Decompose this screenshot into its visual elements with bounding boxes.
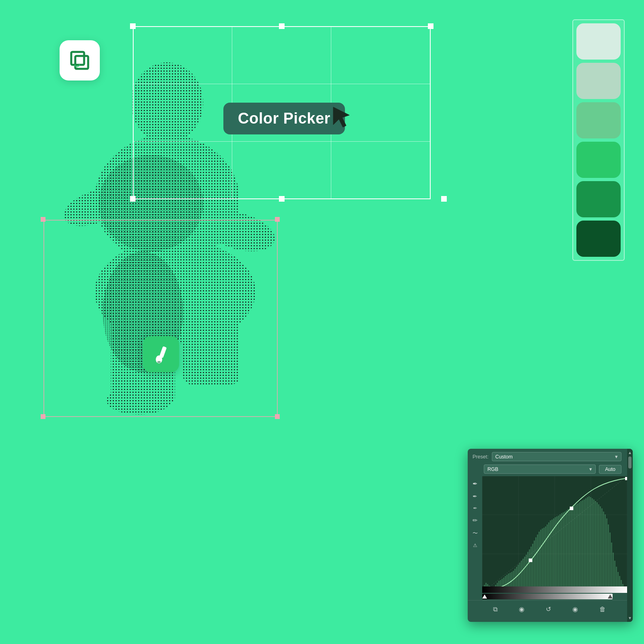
inner-handle-tr[interactable] bbox=[275, 217, 280, 222]
curves-scrollbar[interactable]: ▲ ▼ bbox=[627, 449, 633, 622]
preset-chevron: ▾ bbox=[615, 454, 618, 460]
grid-horizontal-2 bbox=[133, 141, 431, 142]
curves-body: ✒ ✒ ✒ ✏ 〜 ⚠ bbox=[468, 476, 633, 593]
svg-rect-93 bbox=[597, 502, 598, 589]
svg-rect-79 bbox=[574, 505, 575, 589]
svg-rect-98 bbox=[605, 514, 606, 589]
visibility-icon[interactable]: ◉ bbox=[519, 605, 524, 613]
brush-tool-icon[interactable] bbox=[143, 336, 179, 372]
crop-handle-tl[interactable] bbox=[130, 23, 136, 29]
svg-rect-92 bbox=[595, 501, 596, 589]
eyedropper-black-icon[interactable]: ✒ bbox=[473, 505, 477, 511]
inner-handle-br[interactable] bbox=[275, 414, 280, 419]
svg-rect-58 bbox=[540, 530, 541, 589]
output-slider-track[interactable] bbox=[482, 594, 613, 599]
svg-rect-95 bbox=[600, 506, 601, 589]
copy-layer-icon[interactable]: ⧉ bbox=[493, 606, 497, 613]
svg-rect-69 bbox=[558, 516, 559, 589]
smooth-curve-icon[interactable]: 〜 bbox=[473, 530, 478, 537]
svg-rect-76 bbox=[569, 508, 570, 589]
eyedropper-gray-icon[interactable]: ✒ bbox=[473, 493, 477, 500]
scroll-down-arrow[interactable]: ▼ bbox=[628, 616, 632, 620]
svg-rect-47 bbox=[522, 559, 524, 589]
svg-rect-94 bbox=[598, 504, 599, 589]
curves-tools: ✒ ✒ ✒ ✏ 〜 ⚠ bbox=[468, 476, 482, 593]
eye-icon[interactable]: ◉ bbox=[572, 605, 578, 613]
brush-icon-svg bbox=[151, 344, 171, 364]
svg-rect-62 bbox=[547, 524, 548, 589]
svg-rect-59 bbox=[542, 528, 543, 589]
channel-dropdown[interactable]: RGB ▾ bbox=[484, 464, 596, 474]
channel-value: RGB bbox=[487, 466, 498, 472]
svg-rect-97 bbox=[603, 512, 604, 589]
svg-rect-51 bbox=[529, 549, 530, 589]
undo-icon[interactable]: ↺ bbox=[546, 605, 551, 613]
preset-dropdown[interactable]: Custom ▾ bbox=[492, 452, 621, 461]
swatch-6[interactable] bbox=[576, 221, 621, 257]
svg-rect-64 bbox=[550, 520, 551, 589]
crop-handle-mid-bottom[interactable] bbox=[279, 196, 285, 202]
svg-rect-71 bbox=[561, 513, 562, 589]
svg-rect-99 bbox=[606, 518, 607, 589]
svg-rect-89 bbox=[590, 497, 591, 589]
auto-button[interactable]: Auto bbox=[599, 465, 621, 474]
pencil-curve-icon[interactable]: ✏ bbox=[473, 517, 478, 524]
svg-rect-43 bbox=[516, 567, 517, 589]
svg-marker-18 bbox=[333, 107, 349, 127]
svg-rect-77 bbox=[571, 508, 572, 589]
crop-tool-icon[interactable]: ب bbox=[60, 40, 100, 80]
svg-rect-86 bbox=[585, 498, 586, 589]
preset-label: Preset: bbox=[473, 454, 489, 460]
svg-rect-101 bbox=[609, 533, 611, 589]
inner-handle-tl[interactable] bbox=[41, 217, 45, 222]
svg-rect-63 bbox=[548, 522, 549, 589]
color-picker-label: Color Picker bbox=[223, 103, 345, 134]
svg-rect-85 bbox=[584, 500, 585, 589]
svg-rect-82 bbox=[579, 502, 580, 589]
channel-chevron: ▾ bbox=[589, 466, 592, 472]
delete-icon[interactable]: 🗑 bbox=[599, 606, 606, 613]
svg-rect-90 bbox=[592, 498, 593, 589]
curves-chart bbox=[482, 476, 627, 593]
crop-handle-bl[interactable] bbox=[130, 196, 136, 202]
svg-rect-44 bbox=[518, 565, 519, 589]
scroll-up-arrow[interactable]: ▲ bbox=[628, 450, 632, 455]
svg-rect-57 bbox=[539, 532, 540, 589]
swatches-container bbox=[572, 19, 625, 261]
crop-handle-tr[interactable] bbox=[428, 23, 433, 29]
svg-rect-91 bbox=[593, 500, 594, 589]
svg-rect-48 bbox=[524, 557, 525, 589]
svg-rect-122 bbox=[529, 559, 532, 562]
crop-icon-svg: ب bbox=[68, 49, 91, 72]
swatch-2[interactable] bbox=[576, 63, 621, 99]
swatch-1[interactable] bbox=[576, 23, 621, 60]
svg-rect-125 bbox=[625, 477, 627, 480]
swatch-3[interactable] bbox=[576, 102, 621, 138]
svg-rect-81 bbox=[577, 504, 578, 589]
output-slider-thumb-right[interactable] bbox=[608, 594, 613, 599]
output-slider-thumb-left[interactable] bbox=[482, 594, 487, 599]
cursor-arrow bbox=[330, 104, 354, 128]
svg-rect-74 bbox=[566, 510, 567, 589]
rgb-auto-row: RGB ▾ Auto bbox=[468, 463, 633, 476]
crop-handle-br[interactable] bbox=[441, 196, 447, 202]
svg-rect-103 bbox=[613, 553, 614, 589]
swatch-4[interactable] bbox=[576, 142, 621, 178]
svg-rect-50 bbox=[527, 552, 528, 589]
svg-rect-68 bbox=[556, 516, 557, 589]
svg-rect-60 bbox=[543, 528, 545, 589]
histogram-warning-icon[interactable]: ⚠ bbox=[473, 543, 477, 548]
swatch-5[interactable] bbox=[576, 181, 621, 217]
svg-rect-56 bbox=[537, 535, 538, 589]
svg-rect-46 bbox=[521, 561, 522, 589]
svg-rect-78 bbox=[572, 506, 574, 589]
grid-horizontal-1 bbox=[133, 84, 431, 84]
svg-rect-100 bbox=[608, 524, 609, 589]
eyedropper-white-icon[interactable]: ✒ bbox=[473, 480, 478, 487]
svg-rect-72 bbox=[563, 512, 564, 589]
crop-handle-mid-top[interactable] bbox=[279, 23, 285, 29]
scroll-thumb[interactable] bbox=[628, 456, 632, 469]
inner-handle-bl[interactable] bbox=[41, 414, 45, 419]
svg-rect-45 bbox=[519, 563, 520, 589]
output-slider-row bbox=[468, 593, 633, 600]
